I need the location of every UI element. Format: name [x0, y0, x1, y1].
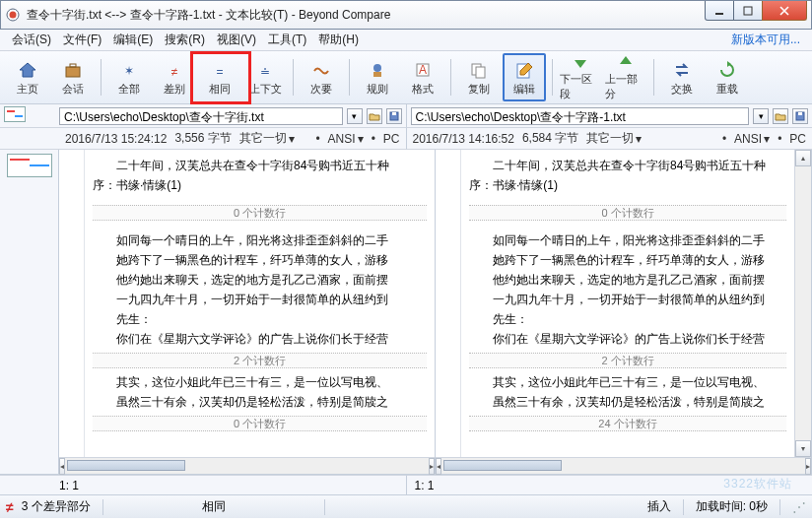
right-cursor-pos: 1: 1 [415, 479, 435, 492]
menubar: 会话(S) 文件(F) 编辑(E) 搜索(R) 视图(V) 工具(T) 帮助(H… [0, 30, 812, 51]
toolbar-format[interactable]: A格式 [401, 53, 444, 101]
left-open-button[interactable] [367, 108, 382, 124]
reload-icon [714, 59, 740, 81]
left-size: 3,556 字节 [174, 130, 231, 147]
svg-point-10 [373, 64, 381, 72]
fold-line[interactable]: 0 个计数行 [93, 205, 427, 221]
left-hscroll[interactable]: ◂▸ [59, 457, 435, 474]
minimize-button[interactable] [705, 1, 734, 21]
down-icon [568, 53, 593, 71]
menu-session[interactable]: 会话(S) [6, 30, 57, 50]
menu-help[interactable]: 帮助(H) [312, 30, 365, 50]
toolbar-label: 会话 [62, 82, 84, 97]
fold-line[interactable]: 24 个计数行 [469, 416, 786, 431]
toolbar-copy[interactable]: 复制 [457, 53, 501, 101]
left-text[interactable]: 二十年间，汉芙总共在查令十字街84号购书近五十种序：书缘·情缘(1)0 个计数行… [85, 150, 435, 457]
toolbar-edit[interactable]: 编辑 [503, 53, 546, 101]
toolbar-prevdiff[interactable]: 上一部分 [604, 53, 647, 101]
swap-icon [669, 59, 695, 81]
window-title: 查令十字街.txt <--> 查令十字路-1.txt - 文本比较(T) - B… [27, 7, 706, 24]
toolbar-label: 重载 [716, 82, 738, 97]
left-os-dropdown[interactable]: PC [383, 132, 400, 146]
svg-rect-4 [66, 67, 80, 77]
svg-text:≐: ≐ [260, 65, 270, 79]
menu-file[interactable]: 文件(F) [57, 30, 107, 50]
toolbar-minor[interactable]: 次要 [300, 53, 343, 101]
toolbar-label: 交换 [671, 82, 693, 97]
left-encoding-dropdown[interactable]: ANSI ▾ [328, 132, 364, 146]
toolbar-label: 次要 [310, 82, 332, 97]
menu-view[interactable]: 视图(V) [211, 30, 262, 50]
diff-count: 3 个差异部分 [22, 498, 91, 515]
svg-text:✶: ✶ [124, 64, 134, 78]
new-version-link[interactable]: 新版本可用... [731, 32, 806, 48]
toolbar-same[interactable]: =相同 [198, 53, 241, 101]
right-gutter[interactable] [436, 150, 461, 457]
right-date: 2016/7/13 14:16:52 [413, 132, 514, 146]
left-save-button[interactable] [386, 108, 402, 124]
toolbar-swap[interactable]: 交换 [660, 53, 704, 101]
statusbar: ≠ 3 个差异部分 相同 插入 加载时间: 0秒 ⋰ [0, 494, 812, 518]
path-row: C:\Users\echo\Desktop\查令十字街.txt ▾ C:\Use… [0, 104, 812, 128]
toolbar-label: 主页 [17, 82, 38, 97]
resize-grip[interactable]: ⋰ [792, 499, 806, 515]
compare-area: 二十年间，汉芙总共在查令十字街84号购书近五十种序：书缘·情缘(1)0 个计数行… [0, 150, 812, 475]
format-icon: A [410, 59, 436, 81]
fold-line[interactable]: 0 个计数行 [93, 416, 427, 431]
left-path-input[interactable]: C:\Users\echo\Desktop\查令十字街.txt [59, 107, 343, 125]
toolbar-home[interactable]: 主页 [6, 53, 49, 101]
left-other-dropdown[interactable]: 其它一切 ▾ [239, 130, 295, 147]
right-text[interactable]: 二十年间，汉芙总共在查令十字街84号购书近五十种序：书缘·情缘(1)0 个计数行… [461, 150, 794, 457]
neq-icon: ≠ [162, 59, 187, 81]
status-insert: 插入 [647, 498, 671, 515]
left-pane: 二十年间，汉芙总共在查令十字街84号购书近五十种序：书缘·情缘(1)0 个计数行… [59, 150, 436, 474]
right-pane: 二十年间，汉芙总共在查令十字街84号购书近五十种序：书缘·情缘(1)0 个计数行… [436, 150, 812, 474]
menu-edit[interactable]: 编辑(E) [107, 30, 159, 50]
toolbar-label: 上一部分 [605, 72, 646, 101]
toolbar-rules[interactable]: 规则 [356, 53, 399, 101]
toolbar-label: 格式 [412, 82, 434, 97]
titlebar: 查令十字街.txt <--> 查令十字路-1.txt - 文本比较(T) - B… [0, 0, 812, 30]
toolbar-session[interactable]: 会话 [51, 53, 95, 101]
right-hscroll[interactable]: ◂▸ [436, 457, 811, 474]
up-icon [613, 53, 639, 71]
left-path-dropdown[interactable]: ▾ [347, 108, 363, 124]
right-path-dropdown[interactable]: ▾ [753, 108, 769, 124]
toolbar-label: 复制 [468, 82, 490, 97]
right-open-button[interactable] [773, 108, 788, 124]
overview-thumb[interactable] [7, 154, 52, 177]
fold-line[interactable]: 2 个计数行 [93, 353, 427, 368]
right-save-button[interactable] [792, 108, 808, 124]
toolbar-reload[interactable]: 重载 [706, 53, 749, 101]
right-path-input[interactable]: C:\Users\echo\Desktop\查令十字路-1.txt [411, 107, 750, 125]
left-thumbnail-icon[interactable] [4, 106, 26, 122]
context-icon: ≐ [252, 59, 278, 81]
toolbar-label: 规则 [367, 82, 388, 97]
toolbar-all[interactable]: ✶全部 [107, 53, 151, 101]
status-center: 相同 [115, 498, 312, 515]
toolbar-nextdiff[interactable]: 下一区段 [559, 53, 602, 101]
close-button[interactable] [762, 1, 807, 21]
left-gutter[interactable] [59, 150, 85, 457]
right-encoding-dropdown[interactable]: ANSI ▾ [734, 132, 770, 146]
toolbar-label: 差别 [164, 82, 185, 97]
menu-tools[interactable]: 工具(T) [262, 30, 312, 50]
right-vscroll[interactable]: ▴▾ [794, 150, 811, 457]
menu-search[interactable]: 搜索(R) [159, 30, 211, 50]
right-other-dropdown[interactable]: 其它一切 ▾ [586, 130, 642, 147]
overview-column[interactable] [0, 150, 59, 474]
maximize-button[interactable] [733, 1, 763, 21]
status-loadtime: 加载时间: 0秒 [696, 498, 768, 515]
home-icon [15, 59, 40, 81]
toolbar-diff[interactable]: ≠差别 [153, 53, 196, 101]
copy-icon [466, 59, 492, 81]
svg-rect-3 [744, 7, 752, 15]
svg-rect-18 [392, 112, 396, 115]
toolbar-context[interactable]: ≐上下文 [243, 53, 287, 101]
svg-rect-2 [715, 13, 723, 15]
fold-line[interactable]: 0 个计数行 [469, 205, 786, 221]
fold-line[interactable]: 2 个计数行 [469, 353, 786, 368]
right-os-dropdown[interactable]: PC [789, 132, 806, 146]
star-icon: ✶ [116, 59, 142, 81]
briefcase-icon [60, 59, 86, 81]
